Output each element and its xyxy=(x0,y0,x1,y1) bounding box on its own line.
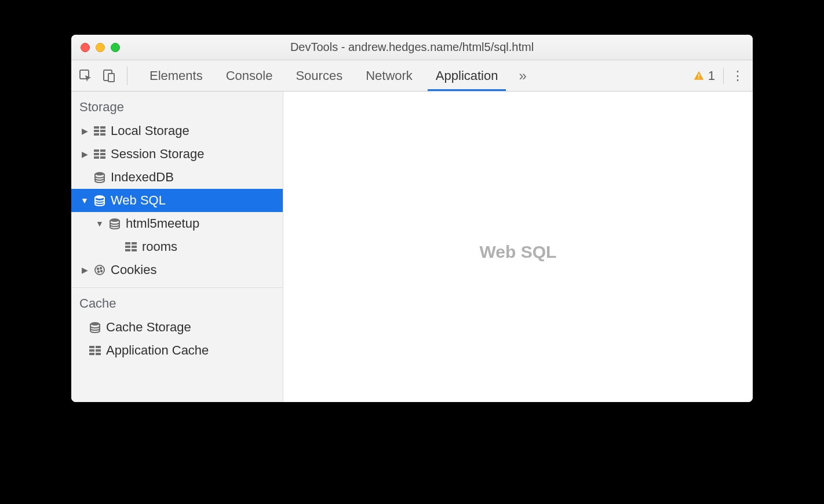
expand-icon: ▶ xyxy=(81,265,89,275)
indexeddb-label: IndexedDB xyxy=(111,170,174,185)
svg-point-19 xyxy=(110,218,119,222)
svg-point-30 xyxy=(98,271,99,272)
svg-rect-16 xyxy=(100,156,105,159)
svg-rect-5 xyxy=(94,126,99,129)
sidebar-item-websql[interactable]: ▼ Web SQL xyxy=(71,189,283,212)
svg-rect-23 xyxy=(132,246,137,248)
svg-point-31 xyxy=(90,322,100,326)
svg-rect-8 xyxy=(100,130,105,132)
session-storage-label: Session Storage xyxy=(111,147,204,162)
sidebar-item-websql-table[interactable]: rooms xyxy=(71,235,283,258)
tab-elements[interactable]: Elements xyxy=(138,60,214,91)
database-icon xyxy=(93,171,106,184)
application-sidebar: Storage ▶ Local Storage ▶ Session Storag… xyxy=(71,92,283,402)
svg-rect-4 xyxy=(698,78,699,79)
svg-point-28 xyxy=(100,268,101,269)
devtools-window: DevTools - andrew.hedges.name/html5/sql.… xyxy=(71,35,753,402)
cookies-label: Cookies xyxy=(111,262,156,277)
sidebar-item-websql-db[interactable]: ▼ html5meetup xyxy=(71,212,283,235)
svg-rect-2 xyxy=(108,74,114,82)
collapse-icon: ▼ xyxy=(96,219,104,228)
titlebar: DevTools - andrew.hedges.name/html5/sql.… xyxy=(71,35,753,60)
svg-rect-14 xyxy=(100,153,105,155)
sidebar-item-indexeddb[interactable]: IndexedDB xyxy=(71,166,283,189)
svg-rect-21 xyxy=(132,242,137,244)
maximize-icon[interactable] xyxy=(111,43,120,52)
content-placeholder: Web SQL xyxy=(480,242,557,262)
database-icon xyxy=(93,194,106,207)
warnings-badge[interactable]: 1 xyxy=(693,68,724,84)
svg-rect-11 xyxy=(94,149,99,152)
svg-rect-22 xyxy=(125,246,130,248)
sidebar-item-session-storage[interactable]: ▶ Session Storage xyxy=(71,143,283,166)
cookie-icon xyxy=(93,264,106,276)
expand-icon: ▶ xyxy=(81,126,89,136)
sidebar-item-cookies[interactable]: ▶ Cookies xyxy=(71,258,283,282)
svg-rect-3 xyxy=(698,74,699,76)
storage-grid-icon xyxy=(93,148,106,160)
sidebar-item-application-cache[interactable]: Application Cache xyxy=(71,339,283,362)
svg-rect-36 xyxy=(89,353,94,355)
section-cache: Cache xyxy=(71,288,283,316)
device-mode-icon[interactable] xyxy=(101,68,116,83)
database-icon xyxy=(108,217,121,230)
svg-rect-33 xyxy=(96,346,101,348)
sidebar-item-cache-storage[interactable]: Cache Storage xyxy=(71,316,283,339)
application-cache-label: Application Cache xyxy=(106,343,209,358)
section-storage: Storage xyxy=(71,92,283,119)
svg-rect-32 xyxy=(89,346,94,348)
svg-rect-37 xyxy=(96,353,101,355)
devtools-tabs: Elements Console Sources Network Applica… xyxy=(138,60,693,91)
svg-rect-6 xyxy=(100,126,105,129)
tab-network[interactable]: Network xyxy=(354,60,424,91)
expand-icon: ▶ xyxy=(81,149,89,159)
svg-rect-35 xyxy=(96,349,101,352)
local-storage-label: Local Storage xyxy=(111,123,189,138)
svg-point-27 xyxy=(97,268,99,269)
svg-point-29 xyxy=(101,271,102,272)
websql-db-label: html5meetup xyxy=(126,216,199,231)
devtools-toolbar: Elements Console Sources Network Applica… xyxy=(71,60,753,92)
svg-point-17 xyxy=(95,172,104,176)
svg-rect-10 xyxy=(100,133,105,136)
tab-sources[interactable]: Sources xyxy=(284,60,354,91)
tab-console[interactable]: Console xyxy=(214,60,285,91)
main-content: Web SQL xyxy=(283,92,753,402)
svg-point-18 xyxy=(95,195,104,199)
svg-rect-15 xyxy=(94,156,99,159)
tab-application[interactable]: Application xyxy=(424,60,510,91)
close-icon[interactable] xyxy=(81,43,90,52)
minimize-icon[interactable] xyxy=(96,43,105,52)
svg-point-26 xyxy=(95,265,104,275)
cache-storage-label: Cache Storage xyxy=(106,320,191,335)
svg-rect-9 xyxy=(94,133,99,136)
window-title: DevTools - andrew.hedges.name/html5/sql.… xyxy=(71,41,753,54)
storage-grid-icon xyxy=(89,344,101,357)
websql-label: Web SQL xyxy=(111,193,166,208)
traffic-lights xyxy=(71,43,120,52)
inspect-element-icon[interactable] xyxy=(78,68,93,83)
tabs-overflow-icon[interactable]: » xyxy=(509,60,535,91)
warning-icon xyxy=(693,70,705,82)
svg-rect-13 xyxy=(94,153,99,155)
websql-table-label: rooms xyxy=(142,239,177,254)
warning-count: 1 xyxy=(708,68,715,83)
svg-rect-12 xyxy=(100,149,105,152)
svg-rect-24 xyxy=(125,249,130,251)
database-icon xyxy=(89,321,101,334)
storage-grid-icon xyxy=(93,125,106,137)
collapse-icon: ▼ xyxy=(81,196,89,205)
svg-rect-25 xyxy=(132,249,137,251)
sidebar-item-local-storage[interactable]: ▶ Local Storage xyxy=(71,119,283,143)
svg-rect-20 xyxy=(125,242,130,244)
svg-rect-7 xyxy=(94,130,99,132)
settings-menu-icon[interactable]: ⋮ xyxy=(730,68,746,83)
svg-rect-34 xyxy=(89,349,94,352)
table-grid-icon xyxy=(125,240,137,253)
